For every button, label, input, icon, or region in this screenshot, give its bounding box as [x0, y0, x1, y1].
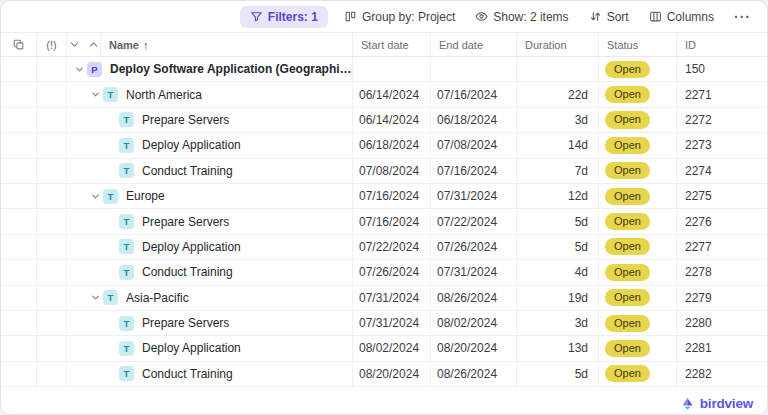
column-header-start-date[interactable]: Start date	[353, 33, 431, 56]
duration-cell[interactable]: 19d	[517, 286, 599, 310]
name-cell[interactable]: T Deploy Application	[67, 235, 353, 259]
row-chevron-icon[interactable]	[87, 89, 103, 100]
type-badge[interactable]: T	[103, 189, 118, 204]
row-chevron-icon[interactable]	[87, 191, 103, 202]
end-cell[interactable]: 08/26/2024	[431, 362, 517, 386]
type-badge[interactable]: T	[119, 316, 134, 331]
status-badge[interactable]: Open	[605, 213, 650, 230]
start-cell[interactable]: 08/20/2024	[353, 362, 431, 386]
duration-cell[interactable]: 5d	[517, 362, 599, 386]
name-cell[interactable]: T Prepare Servers	[67, 311, 353, 335]
row-chevron-icon[interactable]	[87, 292, 103, 303]
header-alert-cell[interactable]: (!)	[37, 33, 67, 56]
columns-button[interactable]: Columns	[645, 7, 718, 27]
name-cell[interactable]: T North America	[67, 82, 353, 106]
type-badge[interactable]: T	[119, 239, 134, 254]
end-cell[interactable]: 08/02/2024	[431, 311, 517, 335]
header-copy-cell[interactable]	[1, 33, 37, 56]
name-cell[interactable]: T Prepare Servers	[67, 209, 353, 233]
start-cell[interactable]: 08/02/2024	[353, 336, 431, 360]
status-badge[interactable]: Open	[605, 365, 650, 382]
start-cell[interactable]: 07/16/2024	[353, 184, 431, 208]
duration-cell[interactable]: 22d	[517, 82, 599, 106]
name-cell[interactable]: P Deploy Software Application (Geographi…	[67, 57, 353, 81]
start-cell[interactable]: 06/14/2024	[353, 82, 431, 106]
type-badge[interactable]: T	[119, 341, 134, 356]
row-name-label[interactable]: Conduct Training	[142, 265, 233, 279]
expand-all-icon[interactable]	[87, 38, 100, 51]
column-header-status[interactable]: Status	[599, 33, 677, 56]
row-name-label[interactable]: Prepare Servers	[142, 215, 229, 229]
end-cell[interactable]: 06/18/2024	[431, 108, 517, 132]
name-cell[interactable]: T Prepare Servers	[67, 108, 353, 132]
duration-cell[interactable]: 12d	[517, 184, 599, 208]
end-cell[interactable]	[431, 57, 517, 81]
row-name-label[interactable]: Prepare Servers	[142, 316, 229, 330]
name-cell[interactable]: T Deploy Application	[67, 336, 353, 360]
end-cell[interactable]: 07/31/2024	[431, 184, 517, 208]
group-by-button[interactable]: Group by: Project	[340, 7, 459, 27]
duration-cell[interactable]: 13d	[517, 336, 599, 360]
end-cell[interactable]: 07/26/2024	[431, 235, 517, 259]
type-badge[interactable]: T	[119, 265, 134, 280]
row-name-label[interactable]: Asia-Pacific	[126, 291, 189, 305]
name-cell[interactable]: T Conduct Training	[67, 260, 353, 284]
status-badge[interactable]: Open	[605, 340, 650, 357]
status-badge[interactable]: Open	[605, 86, 650, 103]
start-cell[interactable]: 07/22/2024	[353, 235, 431, 259]
column-header-name[interactable]: Name ↑	[101, 33, 353, 56]
row-name-label[interactable]: Deploy Application	[142, 341, 241, 355]
status-badge[interactable]: Open	[605, 111, 650, 128]
start-cell[interactable]: 06/14/2024	[353, 108, 431, 132]
row-name-label[interactable]: Deploy Application	[142, 138, 241, 152]
start-cell[interactable]: 07/08/2024	[353, 159, 431, 183]
column-header-duration[interactable]: Duration	[517, 33, 599, 56]
column-header-id[interactable]: ID	[677, 33, 767, 56]
end-cell[interactable]: 07/16/2024	[431, 82, 517, 106]
end-cell[interactable]: 07/08/2024	[431, 133, 517, 157]
row-name-label[interactable]: Conduct Training	[142, 367, 233, 381]
status-badge[interactable]: Open	[605, 162, 650, 179]
end-cell[interactable]: 08/26/2024	[431, 286, 517, 310]
name-cell[interactable]: T Asia-Pacific	[67, 286, 353, 310]
duration-cell[interactable]: 3d	[517, 108, 599, 132]
more-button[interactable]: ···	[730, 6, 755, 28]
type-badge[interactable]: T	[103, 290, 118, 305]
row-name-label[interactable]: Deploy Application	[142, 240, 241, 254]
row-name-label[interactable]: Prepare Servers	[142, 113, 229, 127]
type-badge[interactable]: T	[119, 138, 134, 153]
type-badge[interactable]: T	[119, 163, 134, 178]
row-name-label[interactable]: Europe	[126, 189, 165, 203]
status-badge[interactable]: Open	[605, 264, 650, 281]
duration-cell[interactable]: 3d	[517, 311, 599, 335]
duration-cell[interactable]: 14d	[517, 133, 599, 157]
collapse-all-icon[interactable]	[68, 38, 81, 51]
start-cell[interactable]: 07/31/2024	[353, 311, 431, 335]
duration-cell[interactable]: 5d	[517, 235, 599, 259]
duration-cell[interactable]: 7d	[517, 159, 599, 183]
name-cell[interactable]: T Conduct Training	[67, 159, 353, 183]
duration-cell[interactable]: 5d	[517, 209, 599, 233]
status-badge[interactable]: Open	[605, 315, 650, 332]
start-cell[interactable]: 07/16/2024	[353, 209, 431, 233]
end-cell[interactable]: 07/22/2024	[431, 209, 517, 233]
row-name-label[interactable]: North America	[126, 88, 202, 102]
status-badge[interactable]: Open	[605, 137, 650, 154]
name-cell[interactable]: T Conduct Training	[67, 362, 353, 386]
row-chevron-icon[interactable]	[71, 64, 87, 75]
start-cell[interactable]	[353, 57, 431, 81]
duration-cell[interactable]	[517, 57, 599, 81]
end-cell[interactable]: 07/31/2024	[431, 260, 517, 284]
type-badge[interactable]: T	[103, 87, 118, 102]
status-badge[interactable]: Open	[605, 238, 650, 255]
start-cell[interactable]: 06/18/2024	[353, 133, 431, 157]
start-cell[interactable]: 07/31/2024	[353, 286, 431, 310]
row-name-label[interactable]: Deploy Software Application (Geographica…	[110, 62, 352, 76]
filters-button[interactable]: Filters: 1	[240, 6, 328, 28]
name-cell[interactable]: T Deploy Application	[67, 133, 353, 157]
type-badge[interactable]: T	[119, 112, 134, 127]
type-badge[interactable]: P	[87, 62, 102, 77]
row-name-label[interactable]: Conduct Training	[142, 164, 233, 178]
start-cell[interactable]: 07/26/2024	[353, 260, 431, 284]
duration-cell[interactable]: 4d	[517, 260, 599, 284]
